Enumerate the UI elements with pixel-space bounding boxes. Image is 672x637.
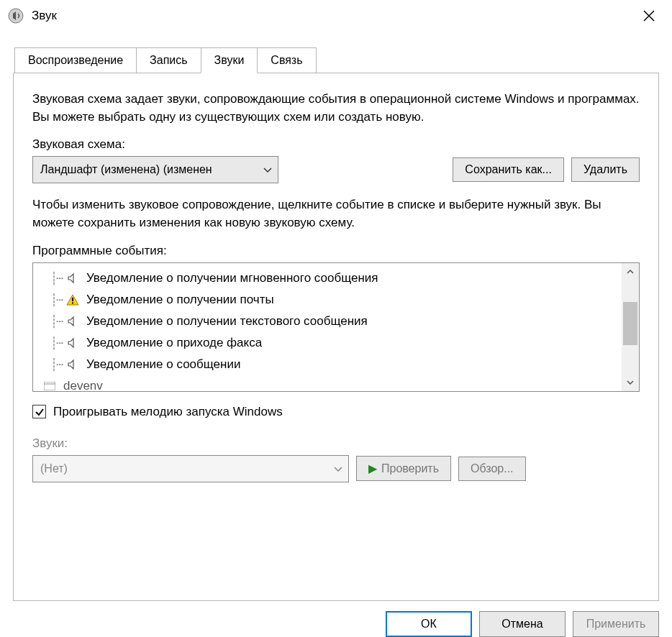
events-description: Чтобы изменить звуковое сопровождение, щ… (32, 196, 640, 232)
scheme-row: Ландшафт (изменена) (изменен Сохранить к… (32, 156, 640, 183)
sounds-row: (Нет) ▶Проверить Обзор... (32, 455, 640, 482)
window-title: Звук (32, 9, 633, 23)
svg-rect-1 (72, 298, 73, 301)
tab-panel-sounds: Звуковая схема задает звуки, сопровождаю… (13, 73, 659, 601)
scheme-label: Звуковая схема: (32, 137, 640, 152)
scheme-combobox[interactable]: Ландшафт (изменена) (изменен (32, 156, 278, 183)
tab-playback[interactable]: Воспроизведение (14, 47, 137, 73)
events-list[interactable]: ┊┄ Уведомление о получении мгновенного с… (33, 263, 622, 391)
events-listbox: ┊┄ Уведомление о получении мгновенного с… (32, 262, 640, 392)
play-icon: ▶ (368, 462, 377, 475)
speaker-icon (65, 272, 81, 284)
app-icon (7, 7, 24, 24)
sounds-combobox[interactable]: (Нет) (32, 455, 349, 482)
scroll-track[interactable] (622, 280, 639, 374)
event-item[interactable]: ┊┄ Уведомление о получении текстового со… (33, 311, 622, 332)
tab-recording[interactable]: Запись (136, 47, 201, 73)
titlebar: Звук (0, 0, 672, 30)
scroll-thumb[interactable] (623, 302, 637, 345)
event-group[interactable]: devenv (33, 375, 622, 391)
scheme-value: Ландшафт (изменена) (изменен (40, 163, 259, 176)
sounds-label: Звуки: (32, 436, 640, 451)
speaker-icon (65, 337, 81, 349)
checkbox-icon (32, 405, 46, 418)
cancel-button[interactable]: Отмена (479, 611, 566, 637)
chevron-down-icon (263, 163, 272, 176)
ok-button[interactable]: ОК (386, 611, 472, 637)
tab-sounds[interactable]: Звуки (201, 47, 258, 73)
close-button[interactable] (633, 3, 665, 29)
scroll-up-button[interactable] (622, 263, 639, 280)
events-label: Программные события: (32, 244, 640, 258)
startup-sound-checkbox[interactable]: Проигрывать мелодию запуска Windows (32, 405, 640, 419)
warning-icon (65, 293, 81, 306)
event-item[interactable]: ┊┄ Уведомление о сообщении (33, 354, 622, 375)
apply-button[interactable]: Применить (573, 611, 659, 637)
save-as-button[interactable]: Сохранить как... (453, 157, 564, 182)
scrollbar[interactable] (622, 263, 639, 391)
checkbox-label: Проигрывать мелодию запуска Windows (53, 405, 283, 419)
svg-rect-2 (72, 302, 73, 303)
event-item[interactable]: ┊┄ Уведомление о получении мгновенного с… (33, 267, 622, 289)
chevron-down-icon (334, 462, 342, 475)
event-item[interactable]: ┊┄ Уведомление о получении почты (33, 289, 622, 311)
tab-strip: Воспроизведение Запись Звуки Связь (0, 47, 672, 73)
sound-dialog: Звук Воспроизведение Запись Звуки Связь … (0, 0, 672, 637)
scroll-down-button[interactable] (622, 374, 639, 391)
event-item[interactable]: ┊┄ Уведомление о приходе факса (33, 332, 622, 354)
tab-communications[interactable]: Связь (257, 47, 316, 73)
delete-button[interactable]: Удалить (571, 157, 640, 182)
scheme-description: Звуковая схема задает звуки, сопровождаю… (32, 91, 640, 126)
svg-rect-3 (44, 382, 55, 390)
browse-button[interactable]: Обзор... (458, 457, 526, 481)
test-button[interactable]: ▶Проверить (356, 456, 451, 481)
speaker-icon (65, 316, 81, 327)
dialog-footer: ОК Отмена Применить (0, 601, 672, 637)
sounds-value: (Нет) (40, 462, 330, 475)
app-group-icon (42, 382, 58, 390)
speaker-icon (65, 359, 81, 370)
